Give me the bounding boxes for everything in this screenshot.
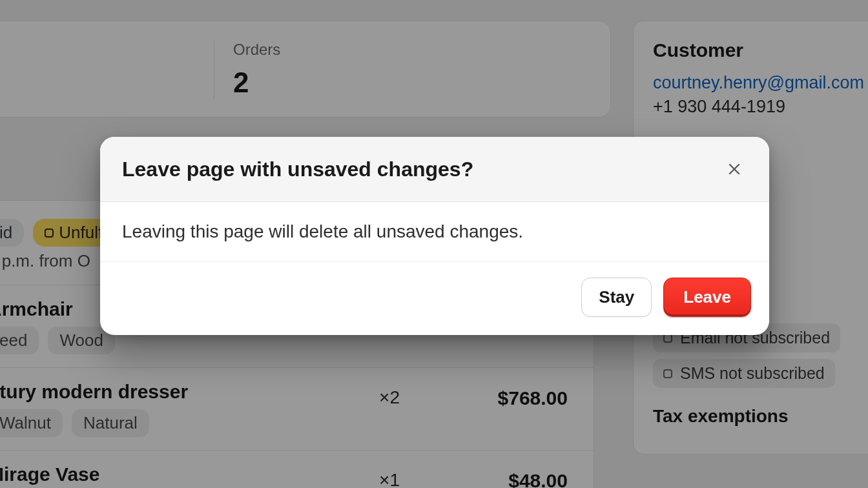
close-button[interactable] bbox=[721, 156, 747, 182]
unsaved-changes-modal: Leave page with unsaved changes? Leaving… bbox=[100, 137, 769, 335]
modal-footer: Stay Leave bbox=[100, 262, 769, 335]
close-icon bbox=[727, 161, 742, 177]
modal-body: Leaving this page will delete all unsave… bbox=[100, 202, 769, 262]
leave-button[interactable]: Leave bbox=[663, 278, 751, 317]
stay-button[interactable]: Stay bbox=[581, 278, 652, 317]
modal-title: Leave page with unsaved changes? bbox=[122, 158, 473, 181]
modal-header: Leave page with unsaved changes? bbox=[100, 137, 769, 202]
